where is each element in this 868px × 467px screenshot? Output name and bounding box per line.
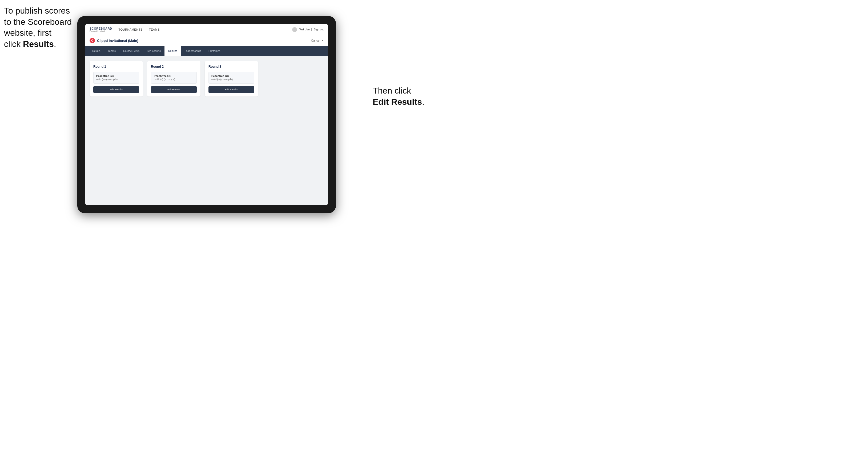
- tab-course-setup[interactable]: Course Setup: [119, 46, 143, 56]
- tournament-icon: C: [90, 38, 95, 43]
- round-2-course-card: Peachtree GC Gold (M) (7010 yds): [151, 72, 197, 84]
- annotation-then-click: Then click: [373, 86, 411, 95]
- close-icon: ✕: [321, 39, 323, 42]
- round-1-course-card: Peachtree GC Gold (M) (7010 yds): [93, 72, 139, 84]
- main-content: Round 1 Peachtree GC Gold (M) (7010 yds)…: [85, 56, 328, 205]
- sub-nav: Details Teams Course Setup Tee Groups Re…: [85, 46, 328, 56]
- annotation-edit-suffix: .: [422, 97, 425, 106]
- tournament-header: C Clippd Invitational (Main) Cancel ✕: [85, 35, 328, 46]
- annotation-results-bold: Results: [23, 39, 54, 49]
- round-1-card: Round 1 Peachtree GC Gold (M) (7010 yds)…: [90, 61, 143, 96]
- nav-links: TOURNAMENTS TEAMS: [118, 28, 292, 31]
- logo-sub: Powered by clippd: [90, 30, 112, 32]
- round-2-course-name: Peachtree GC: [154, 75, 194, 77]
- round-3-course-name: Peachtree GC: [211, 75, 251, 77]
- tournament-title-area: C Clippd Invitational (Main): [90, 38, 138, 43]
- tab-leaderboards[interactable]: Leaderboards: [181, 46, 205, 56]
- rounds-grid: Round 1 Peachtree GC Gold (M) (7010 yds)…: [90, 61, 323, 96]
- round-3-course-card: Peachtree GC Gold (M) (7010 yds): [209, 72, 254, 84]
- logo-text: SCOREBOARD: [90, 27, 112, 30]
- logo-area: SCOREBOARD Powered by clippd: [90, 27, 112, 32]
- annotation-left: To publish scores to the Scoreboard webs…: [4, 5, 76, 50]
- nav-right: U Test User | Sign out: [292, 27, 323, 32]
- round-1-course-details: Gold (M) (7010 yds): [96, 78, 136, 81]
- tab-results[interactable]: Results: [164, 46, 181, 56]
- tournament-name: Clippd Invitational (Main): [97, 39, 138, 43]
- cancel-label: Cancel: [311, 39, 320, 42]
- round-1-title: Round 1: [93, 65, 139, 68]
- annotation-right: Then click Edit Results.: [373, 85, 431, 107]
- tab-printables[interactable]: Printables: [205, 46, 224, 56]
- signout-link[interactable]: Sign out: [314, 28, 323, 31]
- round-3-title: Round 3: [209, 65, 254, 68]
- annotation-line4-prefix: click: [4, 39, 23, 49]
- top-nav: SCOREBOARD Powered by clippd TOURNAMENTS…: [85, 24, 328, 35]
- round-2-card: Round 2 Peachtree GC Gold (M) (7010 yds)…: [147, 61, 200, 96]
- nav-tournaments[interactable]: TOURNAMENTS: [118, 28, 142, 31]
- user-label: Test User |: [299, 28, 312, 31]
- annotation-line2: to the Scoreboard: [4, 17, 72, 27]
- tablet-screen: SCOREBOARD Powered by clippd TOURNAMENTS…: [85, 24, 328, 205]
- tab-details[interactable]: Details: [89, 46, 104, 56]
- round-2-title: Round 2: [151, 65, 197, 68]
- round-3-card: Round 3 Peachtree GC Gold (M) (7010 yds)…: [205, 61, 258, 96]
- round-3-edit-results-button[interactable]: Edit Results: [209, 86, 254, 93]
- annotation-edit-results-bold: Edit Results: [373, 97, 422, 106]
- annotation-line1: To publish scores: [4, 6, 70, 15]
- tab-teams[interactable]: Teams: [104, 46, 119, 56]
- nav-teams[interactable]: TEAMS: [149, 28, 160, 31]
- round-2-course-details: Gold (M) (7010 yds): [154, 78, 194, 81]
- tab-tee-groups[interactable]: Tee Groups: [143, 46, 164, 56]
- round-3-course-details: Gold (M) (7010 yds): [211, 78, 251, 81]
- cancel-button[interactable]: Cancel ✕: [311, 39, 323, 42]
- annotation-line3: website, first: [4, 28, 52, 38]
- annotation-line4-suffix: .: [54, 39, 56, 49]
- round-1-edit-results-button[interactable]: Edit Results: [93, 86, 139, 93]
- user-avatar: U: [292, 27, 297, 32]
- round-2-edit-results-button[interactable]: Edit Results: [151, 86, 197, 93]
- tablet-device: SCOREBOARD Powered by clippd TOURNAMENTS…: [77, 16, 336, 213]
- round-1-course-name: Peachtree GC: [96, 75, 136, 77]
